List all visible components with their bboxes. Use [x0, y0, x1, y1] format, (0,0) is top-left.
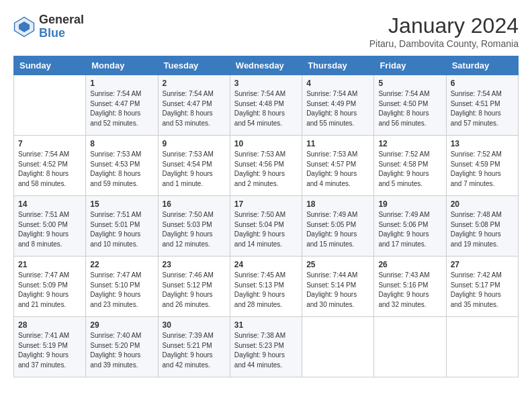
- day-info: Sunrise: 7:47 AMSunset: 5:09 PMDaylight:…: [18, 271, 81, 310]
- col-saturday: Saturday: [446, 56, 518, 75]
- logo-icon: [13, 16, 35, 38]
- day-info: Sunrise: 7:54 AMSunset: 4:47 PMDaylight:…: [163, 89, 226, 128]
- day-info: Sunrise: 7:51 AMSunset: 5:00 PMDaylight:…: [18, 210, 81, 249]
- header-row: Sunday Monday Tuesday Wednesday Thursday…: [14, 56, 519, 75]
- logo-text: General Blue: [39, 13, 84, 40]
- day-number: 6: [451, 79, 514, 88]
- day-cell: 9Sunrise: 7:53 AMSunset: 4:54 PMDaylight…: [158, 136, 230, 196]
- day-cell: [374, 317, 446, 377]
- day-number: 12: [378, 139, 441, 148]
- day-number: 2: [163, 79, 226, 88]
- day-info: Sunrise: 7:40 AMSunset: 5:20 PMDaylight:…: [90, 331, 153, 370]
- day-number: 28: [18, 320, 81, 330]
- day-number: 27: [451, 260, 514, 269]
- day-cell: 12Sunrise: 7:52 AMSunset: 4:58 PMDayligh…: [374, 136, 446, 196]
- day-number: 16: [163, 199, 226, 209]
- week-row-2: 7Sunrise: 7:54 AMSunset: 4:52 PMDaylight…: [14, 136, 519, 196]
- day-info: Sunrise: 7:43 AMSunset: 5:16 PMDaylight:…: [378, 271, 441, 310]
- day-info: Sunrise: 7:50 AMSunset: 5:04 PMDaylight:…: [234, 210, 298, 249]
- day-number: 26: [378, 260, 441, 269]
- week-row-3: 14Sunrise: 7:51 AMSunset: 5:00 PMDayligh…: [14, 196, 519, 257]
- day-cell: 30Sunrise: 7:39 AMSunset: 5:21 PMDayligh…: [158, 317, 230, 377]
- day-number: 18: [306, 199, 369, 209]
- day-info: Sunrise: 7:53 AMSunset: 4:57 PMDaylight:…: [306, 150, 369, 189]
- day-info: Sunrise: 7:49 AMSunset: 5:06 PMDaylight:…: [378, 210, 441, 249]
- day-cell: 16Sunrise: 7:50 AMSunset: 5:03 PMDayligh…: [158, 196, 230, 257]
- col-tuesday: Tuesday: [158, 56, 230, 75]
- day-cell: 23Sunrise: 7:46 AMSunset: 5:12 PMDayligh…: [158, 257, 230, 317]
- day-info: Sunrise: 7:46 AMSunset: 5:12 PMDaylight:…: [163, 271, 226, 310]
- day-cell: 28Sunrise: 7:41 AMSunset: 5:19 PMDayligh…: [14, 317, 86, 377]
- day-info: Sunrise: 7:51 AMSunset: 5:01 PMDaylight:…: [90, 210, 153, 249]
- location-title: Pitaru, Dambovita County, Romania: [369, 38, 519, 49]
- day-number: 17: [234, 199, 298, 209]
- day-info: Sunrise: 7:45 AMSunset: 5:13 PMDaylight:…: [234, 271, 298, 310]
- day-cell: 11Sunrise: 7:53 AMSunset: 4:57 PMDayligh…: [302, 136, 374, 196]
- day-info: Sunrise: 7:54 AMSunset: 4:50 PMDaylight:…: [378, 89, 441, 128]
- week-row-4: 21Sunrise: 7:47 AMSunset: 5:09 PMDayligh…: [14, 257, 519, 317]
- day-cell: 18Sunrise: 7:49 AMSunset: 5:05 PMDayligh…: [302, 196, 374, 257]
- day-number: 8: [90, 139, 153, 148]
- day-cell: 7Sunrise: 7:54 AMSunset: 4:52 PMDaylight…: [14, 136, 86, 196]
- day-cell: 4Sunrise: 7:54 AMSunset: 4:49 PMDaylight…: [302, 75, 374, 136]
- day-info: Sunrise: 7:52 AMSunset: 4:58 PMDaylight:…: [378, 150, 441, 189]
- day-number: 7: [18, 139, 81, 148]
- logo: General Blue: [13, 13, 84, 40]
- month-title: January 2024: [369, 13, 519, 38]
- day-info: Sunrise: 7:41 AMSunset: 5:19 PMDaylight:…: [18, 331, 81, 370]
- day-cell: 1Sunrise: 7:54 AMSunset: 4:47 PMDaylight…: [86, 75, 158, 136]
- day-info: Sunrise: 7:54 AMSunset: 4:51 PMDaylight:…: [451, 89, 514, 128]
- day-number: 15: [90, 199, 153, 209]
- page-header: General Blue January 2024 Pitaru, Dambov…: [13, 13, 519, 49]
- week-row-1: 1Sunrise: 7:54 AMSunset: 4:47 PMDaylight…: [14, 75, 519, 136]
- day-number: 13: [451, 139, 514, 148]
- day-cell: 25Sunrise: 7:44 AMSunset: 5:14 PMDayligh…: [302, 257, 374, 317]
- day-info: Sunrise: 7:42 AMSunset: 5:17 PMDaylight:…: [451, 271, 514, 310]
- day-cell: 31Sunrise: 7:38 AMSunset: 5:23 PMDayligh…: [230, 317, 302, 377]
- day-cell: 27Sunrise: 7:42 AMSunset: 5:17 PMDayligh…: [446, 257, 518, 317]
- day-number: 24: [234, 260, 298, 269]
- day-cell: 20Sunrise: 7:48 AMSunset: 5:08 PMDayligh…: [446, 196, 518, 257]
- day-number: 11: [306, 139, 369, 148]
- day-number: 1: [90, 79, 153, 88]
- day-info: Sunrise: 7:38 AMSunset: 5:23 PMDaylight:…: [234, 331, 298, 370]
- day-cell: 26Sunrise: 7:43 AMSunset: 5:16 PMDayligh…: [374, 257, 446, 317]
- day-cell: 10Sunrise: 7:53 AMSunset: 4:56 PMDayligh…: [230, 136, 302, 196]
- day-number: 20: [451, 199, 514, 209]
- day-cell: 5Sunrise: 7:54 AMSunset: 4:50 PMDaylight…: [374, 75, 446, 136]
- day-info: Sunrise: 7:48 AMSunset: 5:08 PMDaylight:…: [451, 210, 514, 249]
- col-wednesday: Wednesday: [230, 56, 302, 75]
- col-monday: Monday: [86, 56, 158, 75]
- day-info: Sunrise: 7:54 AMSunset: 4:52 PMDaylight:…: [18, 150, 81, 189]
- day-cell: 14Sunrise: 7:51 AMSunset: 5:00 PMDayligh…: [14, 196, 86, 257]
- day-info: Sunrise: 7:39 AMSunset: 5:21 PMDaylight:…: [163, 331, 226, 370]
- day-cell: [302, 317, 374, 377]
- day-number: 29: [90, 320, 153, 330]
- day-info: Sunrise: 7:44 AMSunset: 5:14 PMDaylight:…: [306, 271, 369, 310]
- col-thursday: Thursday: [302, 56, 374, 75]
- day-info: Sunrise: 7:50 AMSunset: 5:03 PMDaylight:…: [163, 210, 226, 249]
- day-number: 5: [378, 79, 441, 88]
- day-number: 22: [90, 260, 153, 269]
- day-info: Sunrise: 7:53 AMSunset: 4:53 PMDaylight:…: [90, 150, 153, 189]
- day-cell: [446, 317, 518, 377]
- day-cell: 13Sunrise: 7:52 AMSunset: 4:59 PMDayligh…: [446, 136, 518, 196]
- day-number: 14: [18, 199, 81, 209]
- day-number: 25: [306, 260, 369, 269]
- day-cell: 2Sunrise: 7:54 AMSunset: 4:47 PMDaylight…: [158, 75, 230, 136]
- day-number: 3: [234, 79, 298, 88]
- day-info: Sunrise: 7:53 AMSunset: 4:54 PMDaylight:…: [163, 150, 226, 189]
- day-cell: 29Sunrise: 7:40 AMSunset: 5:20 PMDayligh…: [86, 317, 158, 377]
- day-info: Sunrise: 7:53 AMSunset: 4:56 PMDaylight:…: [234, 150, 298, 189]
- day-info: Sunrise: 7:54 AMSunset: 4:49 PMDaylight:…: [306, 89, 369, 128]
- day-number: 9: [163, 139, 226, 148]
- day-cell: 6Sunrise: 7:54 AMSunset: 4:51 PMDaylight…: [446, 75, 518, 136]
- logo-general-text: General: [39, 13, 84, 27]
- day-number: 23: [163, 260, 226, 269]
- day-cell: 15Sunrise: 7:51 AMSunset: 5:01 PMDayligh…: [86, 196, 158, 257]
- col-friday: Friday: [374, 56, 446, 75]
- calendar-table: Sunday Monday Tuesday Wednesday Thursday…: [13, 56, 519, 377]
- day-number: 4: [306, 79, 369, 88]
- day-cell: 19Sunrise: 7:49 AMSunset: 5:06 PMDayligh…: [374, 196, 446, 257]
- day-cell: 3Sunrise: 7:54 AMSunset: 4:48 PMDaylight…: [230, 75, 302, 136]
